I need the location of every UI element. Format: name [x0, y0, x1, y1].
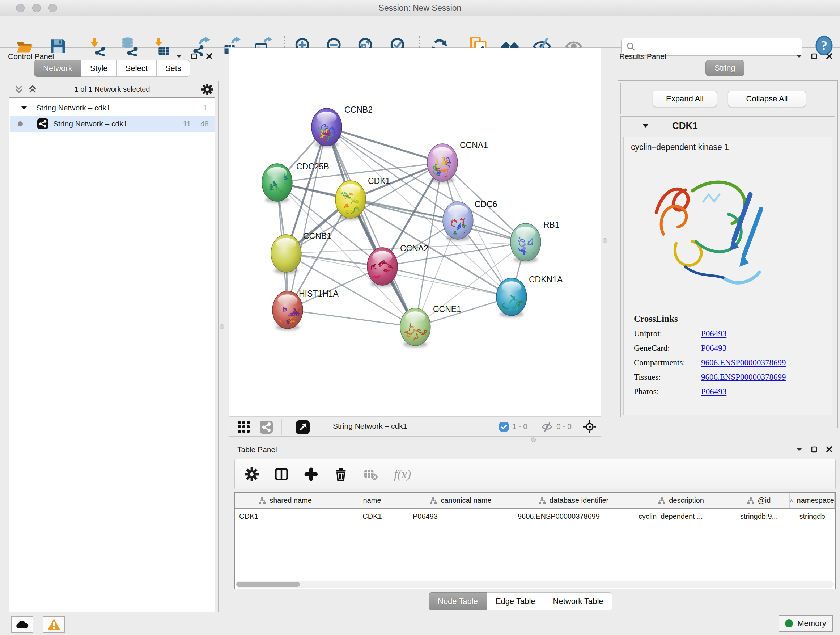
tab-network[interactable]: Network [34, 60, 81, 77]
column-header-namespace[interactable]: namespace [790, 493, 835, 508]
column-header-description[interactable]: description [634, 493, 728, 508]
network-options-gear-icon[interactable] [202, 84, 213, 95]
node-label: CDK1 [368, 176, 390, 186]
show-columns-icon[interactable] [275, 467, 288, 481]
close-panel-icon[interactable] [206, 53, 212, 59]
table-panel-tabs: Node Table Edge Table Network Table [429, 592, 613, 610]
results-panel-tabs: String [706, 60, 744, 76]
node-label: CDC25B [296, 162, 329, 171]
network-tree-row-selected[interactable]: String Network – cdk1 11 48 [10, 116, 215, 132]
network-edge[interactable] [382, 266, 512, 297]
tab-sets[interactable]: Sets [156, 60, 190, 77]
node-label: CDKN1A [529, 275, 563, 284]
control-panel-title: Control Panel [8, 52, 54, 61]
collapse-all-button[interactable]: Collapse All [728, 90, 806, 107]
network-edge[interactable] [327, 127, 442, 163]
column-header-name[interactable]: name [336, 493, 409, 508]
crosslink-link[interactable]: 9606.ENSP00000378699 [701, 372, 786, 382]
float-panel-icon[interactable] [811, 447, 817, 453]
table-cell: stringdb [790, 509, 835, 524]
column-header-shared-name[interactable]: shared name [235, 493, 336, 508]
protein-details: cyclin–dependent kinase 1 [623, 137, 832, 415]
vertical-splitter-grip[interactable] [219, 325, 224, 329]
tab-string[interactable]: String [706, 60, 744, 76]
protein-structure-image [642, 158, 779, 307]
crosslink-link[interactable]: P06493 [701, 387, 726, 396]
column-header-canonical-name[interactable]: canonical name [409, 493, 513, 508]
main-toolbar: ? [0, 16, 840, 48]
crosslink-link[interactable]: P06493 [701, 344, 726, 353]
float-panel-icon[interactable] [811, 53, 817, 59]
table-cell: cyclin–dependent ... [634, 509, 728, 524]
network-canvas[interactable]: CCNB2CCNA1CDC25BCDK1CDC6RB1CCNB1CCNA2CDK… [229, 48, 601, 416]
delete-column-trash-icon[interactable] [334, 467, 347, 481]
network-node-HIST1H1A[interactable] [272, 291, 303, 331]
hidden-eye-slash-icon[interactable] [541, 421, 553, 432]
function-builder-icon[interactable]: f(x) [394, 467, 411, 481]
close-panel-icon[interactable] [826, 53, 832, 59]
network-edge[interactable] [327, 127, 415, 327]
results-panel: Results Panel String Expand All Collapse… [615, 48, 840, 432]
crosslink-label: Pharos: [634, 387, 701, 396]
tab-node-table[interactable]: Node Table [429, 592, 487, 610]
cloud-status-button[interactable] [11, 616, 33, 633]
network-node-CCNE1[interactable] [400, 308, 431, 348]
crosslinks-heading: CrossLinks [634, 314, 678, 324]
column-tree-icon [790, 497, 793, 504]
network-share-view-icon[interactable] [260, 421, 273, 434]
network-node-RB1[interactable] [510, 223, 541, 263]
table-options-gear-icon[interactable] [245, 467, 259, 481]
tab-network-table[interactable]: Network Table [544, 592, 613, 610]
expand-all-button[interactable]: Expand All [653, 90, 717, 107]
column-header-database-identifier[interactable]: database identifier [513, 493, 634, 508]
tree-expander-icon[interactable] [21, 106, 27, 110]
crosslink-link[interactable]: P06493 [701, 329, 726, 339]
memory-button[interactable]: Memory [778, 615, 833, 632]
results-panel-window-controls [796, 53, 832, 59]
table-panel-window-controls [796, 446, 832, 453]
network-label: String Network – cdk1 [53, 119, 127, 128]
footer-separator [281, 419, 282, 435]
protein-header-row[interactable]: CDK1 [621, 117, 835, 135]
network-tree-root-row[interactable]: String Network – cdk1 1 [10, 100, 215, 116]
table-cell: stringdb:9... [728, 509, 790, 524]
tab-select[interactable]: Select [117, 60, 156, 77]
network-edge[interactable] [287, 127, 327, 310]
float-panel-icon[interactable] [191, 53, 197, 59]
network-node-CCNB2[interactable] [311, 108, 342, 148]
add-column-icon[interactable] [304, 467, 318, 481]
crosslink-row: Uniprot:P06493 [634, 329, 832, 339]
collapse-section-icon[interactable] [643, 124, 649, 128]
node-label: CCNA1 [460, 141, 488, 150]
tab-edge-table[interactable]: Edge Table [486, 592, 545, 610]
column-header--id[interactable]: @id [728, 493, 790, 508]
close-panel-icon[interactable] [826, 446, 832, 453]
panel-menu-icon[interactable] [176, 54, 182, 58]
network-edge[interactable] [287, 310, 415, 327]
crosslink-link[interactable]: 9606.ENSP00000378699 [701, 358, 786, 367]
warnings-button[interactable] [43, 616, 65, 633]
table-cell: 9606.ENSP00000378699 [513, 509, 634, 524]
network-node-CCNA1[interactable] [427, 144, 458, 183]
tab-style[interactable]: Style [81, 60, 117, 77]
network-node-CDKN1A[interactable] [496, 278, 527, 318]
fit-selection-crosshair-icon[interactable] [583, 420, 596, 433]
delete-table-icon[interactable] [363, 467, 378, 481]
expand-collapse-bar: Expand All Collapse All [621, 83, 835, 114]
grid-view-icon[interactable] [238, 421, 250, 433]
table-row[interactable]: CDK1CDK1P064939606.ENSP00000378699cyclin… [235, 509, 835, 524]
scrollbar-thumb[interactable] [236, 582, 300, 587]
panel-menu-icon[interactable] [796, 447, 802, 451]
vertical-splitter-grip[interactable] [603, 238, 607, 243]
horizontal-splitter-grip[interactable] [531, 437, 536, 442]
node-table: shared namenamecanonical namedatabase id… [234, 492, 836, 589]
status-bar: Memory [0, 612, 840, 635]
control-panel-window-controls [176, 53, 212, 59]
selected-checkbox-icon[interactable] [499, 422, 508, 432]
window-title: Session: New Session [0, 0, 840, 16]
node-label: CCNB2 [344, 105, 373, 114]
horizontal-scrollbar[interactable] [235, 581, 834, 587]
network-node-CDC25B[interactable] [262, 164, 292, 203]
panel-menu-icon[interactable] [796, 54, 802, 58]
open-in-window-icon[interactable] [296, 420, 309, 434]
